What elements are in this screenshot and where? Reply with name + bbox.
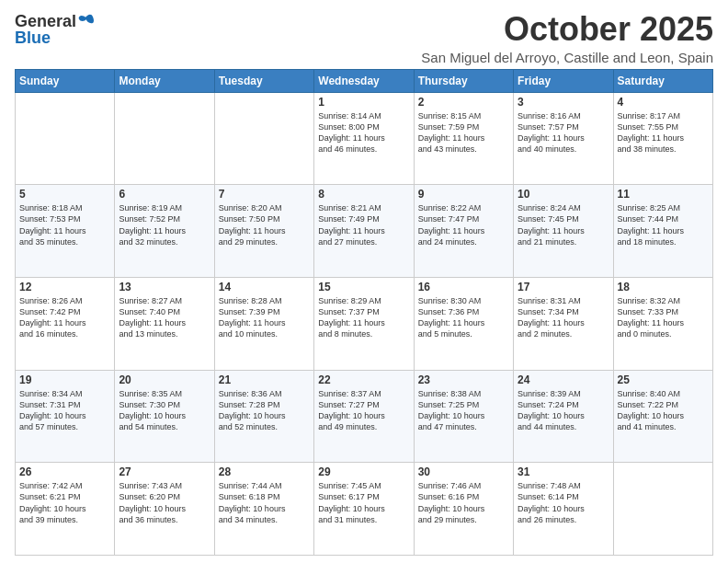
- day-number: 11: [618, 188, 709, 201]
- day-number: 26: [19, 465, 110, 478]
- calendar-week-row: 12Sunrise: 8:26 AM Sunset: 7:42 PM Dayli…: [16, 277, 713, 370]
- day-number: 17: [518, 281, 609, 293]
- calendar-cell: 10Sunrise: 8:24 AM Sunset: 7:45 PM Dayli…: [514, 185, 613, 278]
- day-number: 10: [518, 188, 609, 201]
- weekday-header-wednesday: Wednesday: [314, 69, 414, 92]
- title-section: October 2025 San Miguel del Arroyo, Cast…: [421, 11, 713, 65]
- day-number: 28: [219, 465, 310, 478]
- month-title: October 2025: [421, 11, 713, 48]
- calendar-cell: 25Sunrise: 8:40 AM Sunset: 7:22 PM Dayli…: [613, 370, 712, 463]
- weekday-header-row: SundayMondayTuesdayWednesdayThursdayFrid…: [16, 69, 713, 92]
- day-number: 16: [418, 281, 509, 293]
- calendar-cell: 13Sunrise: 8:27 AM Sunset: 7:40 PM Dayli…: [115, 277, 214, 370]
- day-number: 23: [418, 373, 509, 386]
- day-info: Sunrise: 8:36 AM Sunset: 7:28 PM Dayligh…: [219, 388, 310, 433]
- calendar-cell: 7Sunrise: 8:20 AM Sunset: 7:50 PM Daylig…: [214, 185, 313, 278]
- day-info: Sunrise: 8:18 AM Sunset: 7:53 PM Dayligh…: [19, 202, 110, 247]
- calendar-cell: 30Sunrise: 7:46 AM Sunset: 6:16 PM Dayli…: [414, 463, 513, 556]
- day-info: Sunrise: 8:19 AM Sunset: 7:52 PM Dayligh…: [119, 202, 210, 247]
- calendar-cell: [115, 92, 214, 185]
- day-info: Sunrise: 8:28 AM Sunset: 7:39 PM Dayligh…: [219, 295, 310, 340]
- day-info: Sunrise: 8:25 AM Sunset: 7:44 PM Dayligh…: [618, 202, 709, 247]
- calendar-cell: 6Sunrise: 8:19 AM Sunset: 7:52 PM Daylig…: [115, 185, 214, 278]
- day-info: Sunrise: 7:46 AM Sunset: 6:16 PM Dayligh…: [418, 480, 509, 525]
- calendar-cell: 20Sunrise: 8:35 AM Sunset: 7:30 PM Dayli…: [115, 370, 214, 463]
- logo: General Blue: [15, 13, 95, 47]
- day-number: 6: [119, 188, 210, 201]
- day-number: 7: [219, 188, 310, 201]
- day-number: 18: [618, 281, 709, 293]
- day-number: 27: [119, 465, 210, 478]
- calendar-cell: 21Sunrise: 8:36 AM Sunset: 7:28 PM Dayli…: [214, 370, 313, 463]
- header: General Blue October 2025 San Miguel del…: [15, 11, 713, 65]
- day-info: Sunrise: 8:15 AM Sunset: 7:59 PM Dayligh…: [418, 110, 509, 155]
- day-info: Sunrise: 8:26 AM Sunset: 7:42 PM Dayligh…: [19, 295, 110, 340]
- calendar-week-row: 1Sunrise: 8:14 AM Sunset: 8:00 PM Daylig…: [16, 92, 713, 185]
- day-info: Sunrise: 8:24 AM Sunset: 7:45 PM Dayligh…: [518, 202, 609, 247]
- logo-blue-text: Blue: [15, 29, 51, 47]
- calendar-cell: 1Sunrise: 8:14 AM Sunset: 8:00 PM Daylig…: [314, 92, 414, 185]
- day-info: Sunrise: 8:34 AM Sunset: 7:31 PM Dayligh…: [19, 388, 110, 433]
- calendar-cell: [613, 463, 712, 556]
- calendar-cell: 22Sunrise: 8:37 AM Sunset: 7:27 PM Dayli…: [314, 370, 414, 463]
- calendar-cell: 3Sunrise: 8:16 AM Sunset: 7:57 PM Daylig…: [514, 92, 613, 185]
- calendar-cell: 15Sunrise: 8:29 AM Sunset: 7:37 PM Dayli…: [314, 277, 414, 370]
- calendar-week-row: 26Sunrise: 7:42 AM Sunset: 6:21 PM Dayli…: [16, 463, 713, 556]
- page: General Blue October 2025 San Miguel del…: [0, 0, 728, 563]
- day-info: Sunrise: 7:45 AM Sunset: 6:17 PM Dayligh…: [318, 480, 409, 525]
- calendar-cell: 27Sunrise: 7:43 AM Sunset: 6:20 PM Dayli…: [115, 463, 214, 556]
- day-info: Sunrise: 8:29 AM Sunset: 7:37 PM Dayligh…: [318, 295, 409, 340]
- day-number: 14: [219, 281, 310, 293]
- logo-bird-icon: [76, 13, 95, 29]
- calendar-cell: 24Sunrise: 8:39 AM Sunset: 7:24 PM Dayli…: [514, 370, 613, 463]
- day-number: 19: [19, 373, 110, 386]
- day-info: Sunrise: 8:14 AM Sunset: 8:00 PM Dayligh…: [318, 110, 409, 155]
- calendar-cell: [16, 92, 115, 185]
- day-number: 29: [318, 465, 409, 478]
- calendar-week-row: 5Sunrise: 8:18 AM Sunset: 7:53 PM Daylig…: [16, 185, 713, 278]
- day-info: Sunrise: 8:30 AM Sunset: 7:36 PM Dayligh…: [418, 295, 509, 340]
- day-number: 24: [518, 373, 609, 386]
- day-info: Sunrise: 8:31 AM Sunset: 7:34 PM Dayligh…: [518, 295, 609, 340]
- day-number: 13: [119, 281, 210, 293]
- day-number: 31: [518, 465, 609, 478]
- calendar-cell: 14Sunrise: 8:28 AM Sunset: 7:39 PM Dayli…: [214, 277, 313, 370]
- day-info: Sunrise: 8:38 AM Sunset: 7:25 PM Dayligh…: [418, 388, 509, 433]
- calendar-cell: 23Sunrise: 8:38 AM Sunset: 7:25 PM Dayli…: [414, 370, 513, 463]
- day-info: Sunrise: 8:32 AM Sunset: 7:33 PM Dayligh…: [618, 295, 709, 340]
- day-info: Sunrise: 7:43 AM Sunset: 6:20 PM Dayligh…: [119, 480, 210, 525]
- day-number: 3: [518, 96, 609, 109]
- weekday-header-friday: Friday: [514, 69, 613, 92]
- weekday-header-monday: Monday: [115, 69, 214, 92]
- weekday-header-tuesday: Tuesday: [214, 69, 313, 92]
- calendar-cell: 9Sunrise: 8:22 AM Sunset: 7:47 PM Daylig…: [414, 185, 513, 278]
- day-number: 8: [318, 188, 409, 201]
- calendar-cell: 4Sunrise: 8:17 AM Sunset: 7:55 PM Daylig…: [613, 92, 712, 185]
- weekday-header-thursday: Thursday: [414, 69, 513, 92]
- day-info: Sunrise: 8:27 AM Sunset: 7:40 PM Dayligh…: [119, 295, 210, 340]
- day-info: Sunrise: 8:21 AM Sunset: 7:49 PM Dayligh…: [318, 202, 409, 247]
- calendar-week-row: 19Sunrise: 8:34 AM Sunset: 7:31 PM Dayli…: [16, 370, 713, 463]
- calendar-cell: 17Sunrise: 8:31 AM Sunset: 7:34 PM Dayli…: [514, 277, 613, 370]
- calendar-cell: 28Sunrise: 7:44 AM Sunset: 6:18 PM Dayli…: [214, 463, 313, 556]
- day-info: Sunrise: 8:37 AM Sunset: 7:27 PM Dayligh…: [318, 388, 409, 433]
- day-number: 20: [119, 373, 210, 386]
- day-number: 1: [318, 96, 409, 109]
- day-info: Sunrise: 8:20 AM Sunset: 7:50 PM Dayligh…: [219, 202, 310, 247]
- calendar-cell: 31Sunrise: 7:48 AM Sunset: 6:14 PM Dayli…: [514, 463, 613, 556]
- day-number: 30: [418, 465, 509, 478]
- day-info: Sunrise: 8:16 AM Sunset: 7:57 PM Dayligh…: [518, 110, 609, 155]
- day-info: Sunrise: 8:40 AM Sunset: 7:22 PM Dayligh…: [618, 388, 709, 433]
- calendar-cell: 8Sunrise: 8:21 AM Sunset: 7:49 PM Daylig…: [314, 185, 414, 278]
- day-info: Sunrise: 8:17 AM Sunset: 7:55 PM Dayligh…: [618, 110, 709, 155]
- day-info: Sunrise: 8:39 AM Sunset: 7:24 PM Dayligh…: [518, 388, 609, 433]
- day-info: Sunrise: 7:48 AM Sunset: 6:14 PM Dayligh…: [518, 480, 609, 525]
- day-number: 12: [19, 281, 110, 293]
- location-title: San Miguel del Arroyo, Castille and Leon…: [421, 50, 713, 65]
- calendar-cell: 5Sunrise: 8:18 AM Sunset: 7:53 PM Daylig…: [16, 185, 115, 278]
- day-number: 9: [418, 188, 509, 201]
- day-info: Sunrise: 8:22 AM Sunset: 7:47 PM Dayligh…: [418, 202, 509, 247]
- calendar-cell: 26Sunrise: 7:42 AM Sunset: 6:21 PM Dayli…: [16, 463, 115, 556]
- weekday-header-saturday: Saturday: [613, 69, 712, 92]
- weekday-header-sunday: Sunday: [16, 69, 115, 92]
